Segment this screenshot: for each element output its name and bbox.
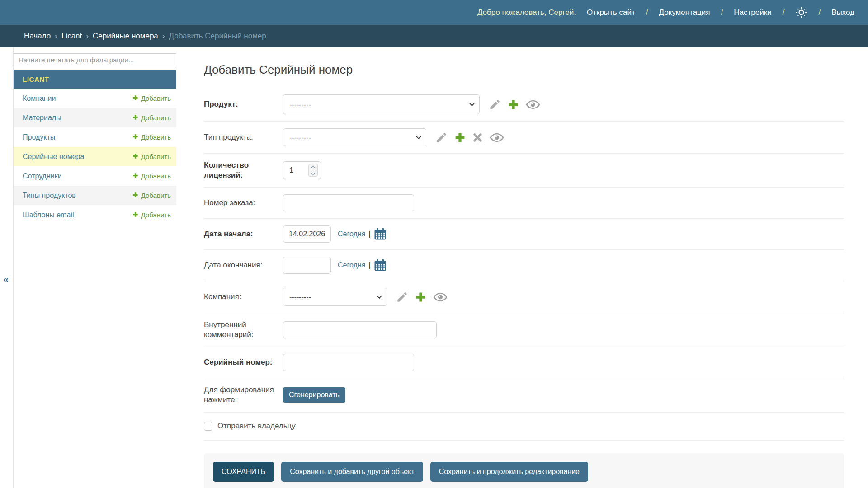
sidebar-item-product-types[interactable]: Типы продуктов Добавить <box>14 186 176 205</box>
order-number-label: Номер заказа: <box>204 198 283 208</box>
breadcrumb-app[interactable]: Licant <box>61 32 82 41</box>
company-select[interactable]: --------- <box>283 288 387 306</box>
sidebar-item-serial-numbers[interactable]: Серийные номера Добавить <box>14 147 176 166</box>
topbar-separator: / <box>783 8 785 17</box>
license-count-input[interactable] <box>283 166 303 174</box>
form-row-product: Продукт: --------- <box>204 88 844 122</box>
sidebar-item-email-templates[interactable]: Шаблоны email Добавить <box>14 205 176 225</box>
view-product-eye-icon[interactable] <box>526 100 540 109</box>
sidebar-item-label[interactable]: Продукты <box>23 133 55 141</box>
delete-product-type-x-icon[interactable] <box>472 132 483 143</box>
spinner-down-icon[interactable] <box>311 171 316 175</box>
form-row-license-count: Количество лицензий: <box>204 154 844 188</box>
add-product-types-link[interactable]: Добавить <box>132 192 171 199</box>
serial-number-input[interactable] <box>283 354 414 371</box>
sidebar-item-label[interactable]: Компании <box>23 94 56 103</box>
product-label: Продукт: <box>204 99 283 109</box>
start-date-label: Дата начала: <box>204 229 283 239</box>
save-button[interactable]: СОХРАНИТЬ <box>213 462 274 482</box>
breadcrumb-current: Добавить Серийный номер <box>169 32 266 41</box>
sidebar-collapse-toggle[interactable]: « <box>3 275 9 285</box>
start-date-calendar-icon[interactable] <box>373 227 387 241</box>
end-date-input[interactable] <box>283 257 331 274</box>
topbar-separator: / <box>721 8 723 17</box>
sidebar-item-employees[interactable]: Сотрудники Добавить <box>14 166 176 186</box>
topbar-separator: / <box>818 8 821 17</box>
form-row-company: Компания: --------- <box>204 281 844 313</box>
start-date-today-link[interactable]: Сегодня <box>338 230 365 238</box>
number-spinner[interactable] <box>308 164 318 177</box>
plus-icon <box>132 192 138 199</box>
form-row-start-date: Дата начала: Сегодня | <box>204 219 844 250</box>
add-companies-link[interactable]: Добавить <box>132 94 171 102</box>
breadcrumb-separator: › <box>86 32 89 41</box>
add-employees-link[interactable]: Добавить <box>132 172 171 180</box>
plus-icon <box>132 153 138 160</box>
start-date-input[interactable] <box>283 225 331 243</box>
add-materials-link[interactable]: Добавить <box>132 114 171 122</box>
breadcrumb-separator: › <box>162 32 165 41</box>
topbar-separator: / <box>646 8 648 17</box>
add-link-label: Добавить <box>141 172 171 180</box>
breadcrumb-model[interactable]: Серийные номера <box>93 32 158 41</box>
send-to-owner-checkbox[interactable] <box>204 422 212 431</box>
save-and-add-another-button[interactable]: Сохранить и добавить другой объект <box>281 462 423 482</box>
save-and-continue-button[interactable]: Сохранить и продолжить редактирование <box>430 462 588 482</box>
sidebar-item-products[interactable]: Продукты Добавить <box>14 127 176 147</box>
end-date-today-link[interactable]: Сегодня <box>338 261 365 269</box>
form-row-generate: Для формирования нажмите: Сгенерировать <box>204 378 844 412</box>
add-serial-number-form: Продукт: --------- <box>204 88 844 488</box>
sidebar-rail: « <box>0 47 14 488</box>
edit-product-pencil-icon[interactable] <box>489 99 501 111</box>
product-type-select-control[interactable]: --------- <box>283 128 426 146</box>
license-count-input-wrap <box>283 161 321 179</box>
internal-comment-input[interactable] <box>283 321 437 338</box>
company-select-control[interactable]: --------- <box>283 288 387 306</box>
sidebar-item-label[interactable]: Типы продуктов <box>23 192 76 200</box>
product-type-select[interactable]: --------- <box>283 128 426 146</box>
order-number-input[interactable] <box>283 194 414 211</box>
end-date-calendar-icon[interactable] <box>373 258 387 272</box>
spinner-up-icon[interactable] <box>311 166 316 170</box>
breadcrumb-home[interactable]: Начало <box>24 32 51 41</box>
add-link-label: Добавить <box>141 192 171 199</box>
add-company-plus-icon[interactable] <box>415 291 426 303</box>
theme-toggle-sun-icon[interactable] <box>795 6 807 19</box>
plus-icon <box>132 172 138 180</box>
plus-icon <box>132 94 138 102</box>
end-date-label: Дата окончания: <box>204 260 283 270</box>
add-link-label: Добавить <box>141 94 171 102</box>
add-serial-numbers-link[interactable]: Добавить <box>132 153 171 160</box>
top-bar: Добро пожаловать, Сергей. Открыть сайт /… <box>0 0 868 25</box>
view-product-type-eye-icon[interactable] <box>490 133 504 142</box>
edit-company-pencil-icon[interactable] <box>396 291 408 303</box>
view-company-eye-icon[interactable] <box>433 292 448 302</box>
add-email-templates-link[interactable]: Добавить <box>132 211 171 219</box>
breadcrumb: Начало › Licant › Серийные номера › Доба… <box>0 25 868 47</box>
add-product-type-plus-icon[interactable] <box>454 132 466 143</box>
send-to-owner-label: Отправить владельцу <box>217 422 296 431</box>
sidebar-item-companies[interactable]: Компании Добавить <box>14 89 176 108</box>
add-product-plus-icon[interactable] <box>508 99 519 110</box>
add-products-link[interactable]: Добавить <box>132 133 171 141</box>
settings-link[interactable]: Настройки <box>734 8 771 17</box>
product-select-control[interactable]: --------- <box>283 94 480 114</box>
sidebar-item-label[interactable]: Серийные номера <box>23 153 84 161</box>
submit-button-bar: СОХРАНИТЬ Сохранить и добавить другой об… <box>204 453 844 488</box>
generate-button[interactable]: Сгенерировать <box>283 387 345 403</box>
open-site-link[interactable]: Открыть сайт <box>587 8 635 17</box>
edit-product-type-pencil-icon[interactable] <box>435 131 448 144</box>
add-link-label: Добавить <box>141 114 171 122</box>
product-select[interactable]: --------- <box>283 94 480 114</box>
sidebar-item-label[interactable]: Материалы <box>23 114 61 122</box>
form-row-serial-number: Серийный номер: <box>204 347 844 378</box>
documentation-link[interactable]: Документация <box>659 8 710 17</box>
sidebar-filter-input[interactable] <box>14 53 176 66</box>
breadcrumb-separator: › <box>55 32 57 41</box>
add-link-label: Добавить <box>141 133 171 141</box>
sidebar-item-label[interactable]: Сотрудники <box>23 172 62 180</box>
logout-link[interactable]: Выход <box>831 8 854 17</box>
form-row-product-type: Тип продукта: --------- <box>204 122 844 154</box>
sidebar-item-label[interactable]: Шаблоны email <box>23 211 74 219</box>
sidebar-item-materials[interactable]: Материалы Добавить <box>14 108 176 127</box>
